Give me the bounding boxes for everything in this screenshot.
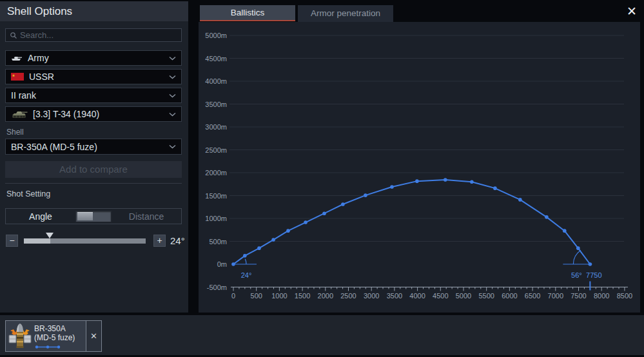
dropdown-rank[interactable]: II rank	[5, 88, 182, 103]
svg-text:1500m: 1500m	[205, 192, 227, 200]
dropdown-branch[interactable]: Army	[5, 50, 182, 66]
search-icon	[10, 32, 17, 39]
svg-text:8500: 8500	[617, 292, 632, 300]
vehicle-icon	[11, 110, 28, 119]
angle-value: 24°	[170, 235, 185, 246]
compare-bar: BR-350A (MD-5 fuze) ✕	[0, 315, 644, 355]
svg-text:4500m: 4500m	[205, 55, 227, 63]
trajectory-curve	[231, 178, 592, 266]
angle-annotations: 24°56°7750	[233, 250, 602, 290]
svg-text:56°: 56°	[571, 271, 582, 279]
selected-shell-info: BR-350A (MD-5 fuze)	[34, 321, 86, 351]
svg-text:3000m: 3000m	[205, 123, 227, 131]
toggle-option-distance[interactable]: Distance	[112, 211, 181, 222]
x-axis: 0500100015002000250030003500400045005000…	[231, 287, 632, 300]
shot-setting-label: Shot Setting	[6, 189, 50, 198]
svg-text:1000: 1000	[271, 292, 287, 300]
slider-fill	[24, 238, 50, 244]
toggle-knob[interactable]	[77, 212, 93, 220]
svg-text:500m: 500m	[209, 238, 227, 246]
sidebar: Shell Options Army	[0, 1, 188, 313]
tab-ballistics[interactable]: Ballistics	[200, 5, 295, 21]
angle-distance-toggle[interactable]: Angle Distance	[5, 208, 182, 224]
toggle-option-angle[interactable]: Angle	[6, 211, 75, 222]
svg-text:3000: 3000	[364, 292, 379, 300]
remove-shell-button[interactable]: ✕	[86, 321, 101, 351]
selected-shell-name: BR-350A	[34, 324, 86, 333]
divider	[5, 183, 182, 184]
angle-decrease-button[interactable]: −	[6, 235, 18, 247]
chevron-down-icon	[169, 112, 176, 117]
selected-shell-card[interactable]: BR-350A (MD-5 fuze) ✕	[5, 320, 102, 352]
toggle-switch[interactable]	[75, 211, 112, 222]
svg-text:8000: 8000	[594, 292, 609, 300]
shell-section-label: Shell	[6, 128, 24, 137]
dropdown-nation-label: USSR	[29, 72, 54, 82]
svg-text:7500: 7500	[571, 292, 586, 300]
svg-text:24°: 24°	[241, 271, 252, 279]
svg-text:0m: 0m	[217, 260, 227, 268]
svg-text:2500: 2500	[340, 292, 356, 300]
chevron-down-icon	[169, 93, 176, 98]
angle-slider[interactable]	[24, 238, 146, 244]
chevron-down-icon	[169, 75, 176, 79]
search-input[interactable]	[17, 30, 181, 40]
gridlines	[229, 35, 624, 242]
svg-text:3500: 3500	[387, 292, 402, 300]
shell-options-screen: Shell Options Army	[0, 0, 644, 357]
dropdown-nation[interactable]: USSR	[5, 69, 182, 84]
chevron-down-icon	[169, 144, 176, 149]
angle-increase-button[interactable]: +	[153, 235, 166, 247]
ussr-flag-icon	[11, 73, 24, 81]
y-axis-labels: -500m0m500m1000m1500m2000m2500m3000m3500…	[205, 32, 227, 291]
svg-text:5500: 5500	[478, 292, 494, 300]
close-icon[interactable]: ✕	[621, 3, 642, 21]
svg-text:2000m: 2000m	[205, 169, 227, 177]
tank-icon	[11, 55, 23, 61]
dropdown-branch-label: Army	[28, 53, 49, 63]
svg-text:5000: 5000	[456, 292, 471, 300]
svg-text:4000: 4000	[409, 292, 425, 300]
dropdown-vehicle[interactable]: [3.3] T-34 (1940)	[5, 106, 182, 122]
shell-icon	[6, 321, 34, 351]
svg-text:2500m: 2500m	[205, 146, 227, 154]
svg-text:2000: 2000	[318, 292, 333, 300]
trajectory-mini-icon	[34, 345, 61, 349]
page-title: Shell Options	[0, 1, 188, 21]
svg-text:1500: 1500	[295, 292, 310, 300]
svg-text:1000m: 1000m	[205, 215, 227, 222]
add-to-compare-button[interactable]: Add to compare	[5, 161, 182, 178]
svg-text:-500m: -500m	[207, 284, 227, 291]
dropdown-rank-label: II rank	[11, 90, 36, 101]
svg-text:4000m: 4000m	[205, 77, 227, 85]
dropdown-shell[interactable]: BR-350A (MD-5 fuze)	[5, 139, 182, 155]
svg-text:5000m: 5000m	[205, 32, 227, 39]
chevron-down-icon	[169, 56, 176, 61]
svg-text:6000: 6000	[502, 292, 517, 300]
svg-text:6500: 6500	[525, 292, 540, 300]
ballistics-chart: -500m0m500m1000m1500m2000m2500m3000m3500…	[199, 22, 640, 313]
tab-armor-penetration[interactable]: Armor penetration	[298, 5, 393, 22]
svg-text:7750: 7750	[586, 271, 601, 279]
search-box[interactable]	[5, 28, 182, 42]
dropdown-shell-label: BR-350A (MD-5 fuze)	[11, 142, 97, 152]
svg-text:7000: 7000	[548, 292, 563, 300]
svg-text:3500m: 3500m	[205, 101, 227, 108]
ballistics-chart-panel: -500m0m500m1000m1500m2000m2500m3000m3500…	[199, 22, 640, 313]
slider-thumb[interactable]	[46, 233, 54, 238]
dropdown-vehicle-label: [3.3] T-34 (1940)	[33, 109, 99, 119]
svg-text:4500: 4500	[433, 292, 448, 300]
selected-shell-fuze: (MD-5 fuze)	[34, 333, 86, 342]
svg-text:0: 0	[231, 292, 235, 300]
svg-text:500: 500	[251, 292, 262, 300]
